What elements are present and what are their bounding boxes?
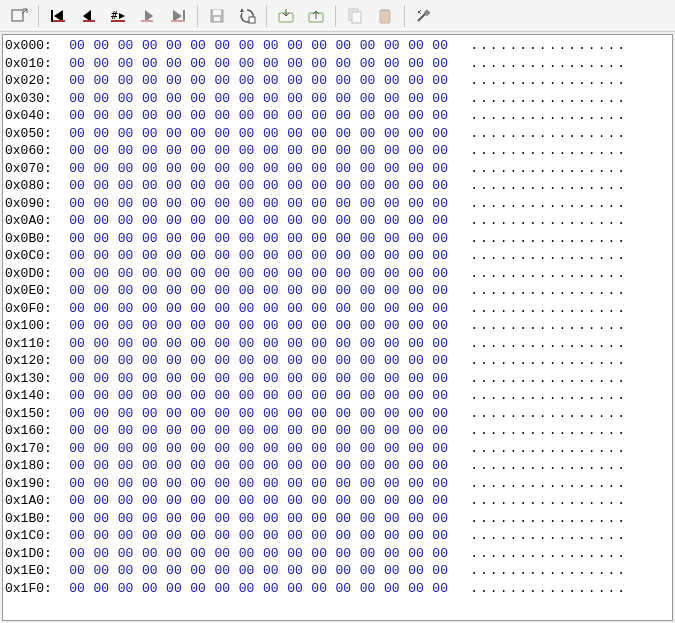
hex-byte[interactable]: 00 (234, 161, 258, 176)
hex-byte[interactable]: 00 (210, 563, 234, 578)
hex-byte[interactable]: 00 (89, 336, 113, 351)
hex-row[interactable]: 0x120:00000000000000000000000000000000..… (3, 352, 672, 370)
hex-row[interactable]: 0x1B0:00000000000000000000000000000000..… (3, 510, 672, 528)
hex-byte[interactable]: 00 (283, 301, 307, 316)
hex-byte[interactable]: 00 (428, 73, 452, 88)
hex-byte[interactable]: 00 (162, 38, 186, 53)
hex-byte[interactable]: 00 (307, 301, 331, 316)
hex-byte[interactable]: 00 (307, 213, 331, 228)
hex-byte[interactable]: 00 (259, 353, 283, 368)
hex-row[interactable]: 0x0E0:00000000000000000000000000000000..… (3, 282, 672, 300)
hex-byte[interactable]: 00 (428, 318, 452, 333)
hex-byte[interactable]: 00 (234, 108, 258, 123)
hex-byte[interactable]: 00 (89, 528, 113, 543)
goto-prev-button[interactable] (73, 3, 103, 29)
hex-byte[interactable]: 00 (234, 441, 258, 456)
hex-byte[interactable]: 00 (331, 371, 355, 386)
hex-byte[interactable]: 00 (380, 336, 404, 351)
hex-row[interactable]: 0x1F0:00000000000000000000000000000000..… (3, 580, 672, 598)
ascii-column[interactable]: ................ (452, 317, 627, 335)
hex-bytes[interactable]: 00000000000000000000000000000000 (65, 492, 452, 510)
hex-byte[interactable]: 00 (331, 406, 355, 421)
hex-byte[interactable]: 00 (234, 336, 258, 351)
hex-byte[interactable]: 00 (404, 528, 428, 543)
hex-row[interactable]: 0x050:00000000000000000000000000000000..… (3, 125, 672, 143)
hex-byte[interactable]: 00 (162, 196, 186, 211)
hex-byte[interactable]: 00 (113, 493, 137, 508)
hex-byte[interactable]: 00 (331, 336, 355, 351)
hex-byte[interactable]: 00 (138, 178, 162, 193)
hex-byte[interactable]: 00 (65, 38, 89, 53)
hex-byte[interactable]: 00 (404, 388, 428, 403)
hex-row[interactable]: 0x090:00000000000000000000000000000000..… (3, 195, 672, 213)
hex-byte[interactable]: 00 (259, 108, 283, 123)
hex-byte[interactable]: 00 (210, 458, 234, 473)
hex-bytes[interactable]: 00000000000000000000000000000000 (65, 247, 452, 265)
hex-byte[interactable]: 00 (283, 143, 307, 158)
hex-byte[interactable]: 00 (162, 423, 186, 438)
hex-byte[interactable]: 00 (404, 476, 428, 491)
hex-byte[interactable]: 00 (355, 528, 379, 543)
hex-byte[interactable]: 00 (404, 406, 428, 421)
hex-byte[interactable]: 00 (234, 248, 258, 263)
hex-byte[interactable]: 00 (428, 301, 452, 316)
hex-byte[interactable]: 00 (355, 108, 379, 123)
hex-byte[interactable]: 00 (283, 371, 307, 386)
hex-byte[interactable]: 00 (380, 353, 404, 368)
hex-byte[interactable]: 00 (428, 336, 452, 351)
hex-byte[interactable]: 00 (234, 371, 258, 386)
hex-byte[interactable]: 00 (331, 213, 355, 228)
hex-byte[interactable]: 00 (380, 301, 404, 316)
hex-byte[interactable]: 00 (162, 283, 186, 298)
hex-byte[interactable]: 00 (259, 581, 283, 596)
hex-byte[interactable]: 00 (89, 91, 113, 106)
hex-byte[interactable]: 00 (380, 283, 404, 298)
hex-byte[interactable]: 00 (138, 196, 162, 211)
ascii-column[interactable]: ................ (452, 265, 627, 283)
hex-byte[interactable]: 00 (138, 266, 162, 281)
hex-byte[interactable]: 00 (283, 196, 307, 211)
hex-row[interactable]: 0x1D0:00000000000000000000000000000000..… (3, 545, 672, 563)
hex-byte[interactable]: 00 (428, 231, 452, 246)
hex-byte[interactable]: 00 (283, 283, 307, 298)
reload-button[interactable] (232, 3, 262, 29)
hex-byte[interactable]: 00 (186, 161, 210, 176)
hex-byte[interactable]: 00 (113, 108, 137, 123)
hex-byte[interactable]: 00 (89, 178, 113, 193)
hex-byte[interactable]: 00 (428, 143, 452, 158)
hex-byte[interactable]: 00 (89, 196, 113, 211)
goto-first-button[interactable] (43, 3, 73, 29)
hex-byte[interactable]: 00 (331, 563, 355, 578)
hex-row[interactable]: 0x150:00000000000000000000000000000000..… (3, 405, 672, 423)
hex-byte[interactable]: 00 (307, 388, 331, 403)
hex-byte[interactable]: 00 (186, 126, 210, 141)
hex-byte[interactable]: 00 (428, 388, 452, 403)
hex-byte[interactable]: 00 (186, 336, 210, 351)
hex-byte[interactable]: 00 (186, 318, 210, 333)
hex-byte[interactable]: 00 (210, 336, 234, 351)
hex-row[interactable]: 0x0C0:00000000000000000000000000000000..… (3, 247, 672, 265)
hex-byte[interactable]: 00 (259, 406, 283, 421)
hex-byte[interactable]: 00 (210, 73, 234, 88)
hex-row[interactable]: 0x000:00000000000000000000000000000000..… (3, 37, 672, 55)
hex-byte[interactable]: 00 (65, 406, 89, 421)
hex-byte[interactable]: 00 (65, 441, 89, 456)
hex-byte[interactable]: 00 (355, 91, 379, 106)
hex-byte[interactable]: 00 (259, 73, 283, 88)
ascii-column[interactable]: ................ (452, 492, 627, 510)
hex-byte[interactable]: 00 (113, 126, 137, 141)
hex-byte[interactable]: 00 (380, 423, 404, 438)
hex-byte[interactable]: 00 (210, 581, 234, 596)
hex-byte[interactable]: 00 (113, 546, 137, 561)
hex-byte[interactable]: 00 (162, 231, 186, 246)
hex-byte[interactable]: 00 (113, 441, 137, 456)
hex-byte[interactable]: 00 (65, 161, 89, 176)
hex-byte[interactable]: 00 (234, 458, 258, 473)
hex-byte[interactable]: 00 (404, 231, 428, 246)
hex-byte[interactable]: 00 (234, 266, 258, 281)
hex-bytes[interactable]: 00000000000000000000000000000000 (65, 107, 452, 125)
hex-row[interactable]: 0x160:00000000000000000000000000000000..… (3, 422, 672, 440)
hex-byte[interactable]: 00 (428, 406, 452, 421)
hex-byte[interactable]: 00 (404, 493, 428, 508)
hex-bytes[interactable]: 00000000000000000000000000000000 (65, 125, 452, 143)
